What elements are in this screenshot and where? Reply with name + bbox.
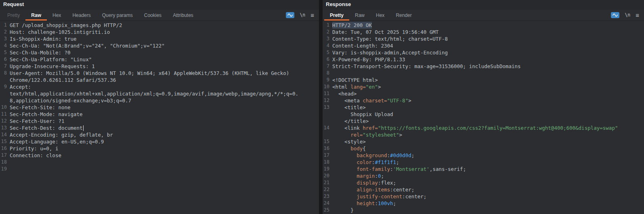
code-line: 9Accept:	[0, 83, 319, 90]
response-tabbar: PrettyRawHexRender \n ≡	[323, 10, 644, 21]
tab-render[interactable]: Render	[390, 10, 417, 21]
line-text: <meta charset="UTF-8">	[332, 97, 411, 104]
response-editor-icons: \n ≡	[611, 10, 639, 20]
line-number: 4	[323, 42, 329, 49]
line-number: 5	[0, 49, 7, 56]
code-line: Shoppix Upload	[323, 111, 644, 118]
line-text: Sec-Ch-Ua-Platform: "Linux"	[10, 56, 92, 63]
line-text: Accept:	[10, 83, 31, 90]
line-number: 8	[0, 70, 7, 77]
line-text: Sec-Ch-Ua: "Not(A:Brand";v="24", "Chromi…	[10, 42, 165, 49]
editor-menu-icon[interactable]: ≡	[310, 12, 314, 18]
line-number: 15	[0, 138, 7, 145]
response-editor[interactable]: 1HTTP/2 200 OK2Date: Tue, 07 Oct 2025 19…	[323, 21, 644, 214]
line-text: Accept-Language: en-US,en;q=0.9	[10, 138, 104, 145]
code-line: 2Date: Tue, 07 Oct 2025 19:56:40 GMT	[323, 29, 644, 35]
line-number: 6	[0, 56, 7, 63]
line-text: Shoppix Upload	[332, 111, 393, 118]
line-text: Content-Type: text/html; charset=UTF-8	[332, 35, 448, 42]
tab-cookies[interactable]: Cookies	[138, 10, 167, 21]
code-line: 3Is-Shoppix-Admin: true	[0, 35, 319, 42]
line-number: 19	[323, 166, 329, 172]
line-text: Sec-Ch-Ua-Mobile: ?0	[10, 49, 71, 56]
request-panel: Request PrettyRawHexHeadersQuery paramsC…	[0, 0, 319, 214]
code-line: 11Sec-Fetch-Mode: navigate	[0, 111, 319, 118]
line-number: 12	[0, 118, 7, 125]
code-line: 14 <link href="https://fonts.googleapis.…	[323, 125, 644, 131]
line-text: height:100vh;	[332, 200, 396, 207]
tab-pretty[interactable]: Pretty	[2, 10, 25, 21]
tab-hex[interactable]: Hex	[47, 10, 67, 21]
line-text: <!DOCTYPE html>	[332, 77, 378, 83]
tab-hex[interactable]: Hex	[370, 10, 390, 21]
line-text: GET /upload_shoppix_images.php HTTP/2	[10, 22, 122, 29]
line-number: 11	[0, 111, 7, 118]
line-text: Sec-Fetch-User: ?1	[10, 118, 64, 125]
line-number: 3	[323, 35, 329, 42]
line-text: <link href="https://fonts.googleapis.com…	[332, 125, 618, 131]
code-line: 22 align-items:center;	[323, 186, 644, 193]
code-line: 20 margin:0;	[323, 172, 644, 179]
code-line: 18 color:#f1f1f1;	[323, 159, 644, 166]
code-line: 8User-Agent: Mozilla/5.0 (Windows NT 10.…	[0, 70, 319, 77]
line-text: align-items:center;	[332, 186, 414, 193]
line-number: 18	[0, 159, 7, 166]
line-text: body{	[332, 145, 366, 152]
code-line: Chrome/122.0.6261.112 Safari/537.36	[0, 77, 319, 83]
line-number	[0, 77, 7, 83]
line-number: 21	[323, 179, 329, 186]
line-number: 20	[323, 172, 329, 179]
line-number: 1	[323, 22, 329, 29]
code-line: </title>	[323, 118, 644, 125]
line-number: 17	[0, 152, 7, 159]
line-text: Host: challenge-1025.intigriti.io	[10, 29, 110, 35]
code-line: 13 <title>	[323, 104, 644, 111]
line-text: Date: Tue, 07 Oct 2025 19:56:40 GMT	[332, 29, 438, 35]
tab-pretty[interactable]: Pretty	[324, 10, 349, 21]
syntax-highlight-icon[interactable]	[611, 12, 619, 18]
line-number: 12	[323, 97, 329, 104]
line-number: 4	[0, 42, 7, 49]
line-text: <style>	[332, 138, 366, 145]
line-text: text/html,application/xhtml+xml,applicat…	[10, 90, 298, 97]
request-editor[interactable]: 1GET /upload_shoppix_images.php HTTP/22H…	[0, 21, 319, 214]
line-number: 14	[323, 125, 329, 131]
code-line: 10Sec-Fetch-Site: none	[0, 104, 319, 111]
syntax-highlight-icon[interactable]	[286, 12, 294, 18]
response-tabs: PrettyRawHexRender	[324, 10, 417, 21]
tab-raw[interactable]: Raw	[349, 10, 370, 21]
line-text: justify-content:center;	[332, 193, 426, 200]
line-text: Accept-Encoding: gzip, deflate, br	[10, 131, 113, 138]
tab-raw[interactable]: Raw	[25, 10, 47, 21]
line-text: Content-Length: 2304	[332, 42, 393, 49]
editor-menu-icon[interactable]: ≡	[636, 12, 639, 18]
line-number	[323, 131, 329, 138]
line-number: 15	[323, 138, 329, 145]
line-text: 8,application/signed-exchange;v=b3;q=0.7	[10, 97, 131, 104]
code-line: 17 background:#0d0d0d;	[323, 152, 644, 159]
code-line: 19 font-family:'Montserrat',sans-serif;	[323, 166, 644, 172]
line-text: <head>	[332, 90, 357, 97]
line-number: 5	[323, 49, 329, 56]
code-line: 15 <style>	[323, 138, 644, 145]
line-text: display:flex;	[332, 179, 396, 186]
code-line: 8	[323, 70, 644, 77]
line-text: Connection: close	[10, 152, 61, 159]
code-line: 10<html lang="en">	[323, 83, 644, 90]
tab-headers[interactable]: Headers	[67, 10, 96, 21]
line-number: 6	[323, 56, 329, 63]
line-number: 1	[0, 22, 7, 29]
code-line: 14Accept-Encoding: gzip, deflate, br	[0, 131, 319, 138]
code-line: 19	[0, 166, 319, 172]
line-number: 16	[0, 145, 7, 152]
panel-divider[interactable]	[319, 0, 323, 214]
code-line: 7Strict-Transport-Security: max-age=3153…	[323, 63, 644, 70]
line-text: rel="stylesheet">	[332, 131, 402, 138]
newline-toggle-icon[interactable]: \n	[625, 12, 630, 18]
line-text: Chrome/122.0.6261.112 Safari/537.36	[10, 77, 116, 83]
tab-query-params[interactable]: Query params	[96, 10, 138, 21]
line-number: 9	[323, 77, 329, 83]
code-line: 11 <head>	[323, 90, 644, 97]
newline-toggle-icon[interactable]: \n	[300, 12, 305, 18]
tab-attributes[interactable]: Attributes	[167, 10, 199, 21]
